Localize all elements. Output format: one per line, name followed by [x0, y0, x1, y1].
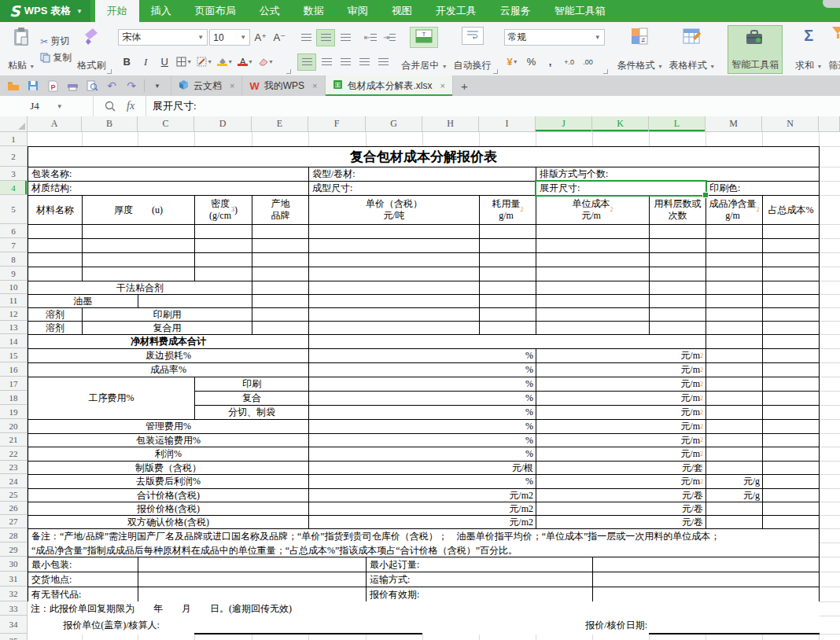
cell-L13[interactable]	[649, 321, 706, 335]
undo-button[interactable]: ↶	[105, 79, 119, 93]
increase-decimal-button[interactable]: +.0	[561, 54, 578, 70]
formula-input[interactable]: 展开尺寸:	[146, 96, 840, 116]
cell-N8[interactable]	[762, 252, 820, 267]
cell-L6[interactable]	[649, 224, 706, 239]
grow-font-button[interactable]: A⁺	[252, 30, 269, 46]
col-header-N[interactable]: N	[762, 116, 819, 132]
cell-F11:H11[interactable]	[308, 294, 480, 308]
table-style-button[interactable]: 表格样式 ▼	[666, 25, 718, 74]
menu-tab-数据[interactable]: 数据	[292, 0, 336, 22]
cell-M15[interactable]	[706, 348, 763, 363]
export-pdf-button[interactable]: P	[46, 79, 60, 93]
row-header-16[interactable]: 16	[0, 362, 28, 377]
cell-F4:I4[interactable]: 成型尺寸:	[308, 181, 536, 196]
cell-D17:E17[interactable]: 印刷	[194, 377, 309, 392]
cell-L34:N34[interactable]	[649, 616, 820, 634]
row-header-33[interactable]: 33	[0, 601, 28, 616]
menu-tab-页面布局[interactable]: 页面布局	[183, 0, 248, 22]
col-header-D[interactable]: D	[194, 116, 252, 132]
cell-G32:J32[interactable]: 报价有效期:	[366, 587, 593, 602]
col-header-E[interactable]: E	[252, 116, 308, 132]
cell-E10[interactable]	[252, 281, 309, 295]
cell-B9:C9[interactable]	[82, 267, 195, 281]
row-header-19[interactable]: 19	[0, 405, 28, 419]
cell-D9[interactable]	[194, 267, 252, 281]
row-header-5[interactable]: 5	[0, 195, 28, 224]
cell-J20:L20[interactable]: 元/m2	[536, 419, 706, 434]
distribute-button[interactable]	[374, 54, 392, 70]
cell-B6:C6[interactable]	[82, 224, 195, 239]
cell-E13[interactable]	[252, 321, 309, 335]
menu-tab-开始[interactable]: 开始	[95, 0, 139, 22]
cell-I9[interactable]	[479, 267, 536, 281]
row-header-3[interactable]: 3	[0, 167, 28, 181]
row-header-29[interactable]: 29	[0, 543, 28, 557]
cell-F6:H6[interactable]	[308, 224, 480, 239]
cell-M6[interactable]	[706, 224, 763, 239]
cell-N21[interactable]	[762, 433, 820, 447]
cell-E9[interactable]	[252, 267, 309, 281]
underline-button[interactable]: U	[156, 54, 173, 70]
cell-A12[interactable]: 溶剂	[28, 307, 83, 322]
cell-F22:I22[interactable]: %	[308, 447, 536, 462]
cell-J27:L27[interactable]: 元/卷	[536, 515, 706, 529]
cell-F19:I19[interactable]: %	[308, 405, 536, 420]
cell-F14:L14[interactable]	[308, 334, 706, 349]
row-header-17[interactable]: 17	[0, 377, 28, 391]
cell-F16:I16[interactable]: %	[308, 362, 536, 377]
cell-G30:J30[interactable]: 最小起订量:	[366, 557, 593, 572]
cell-F25:I25[interactable]: 元/m2	[308, 488, 536, 502]
cell-M20[interactable]	[706, 419, 763, 434]
cell-J10:K10[interactable]	[536, 281, 650, 295]
cell-J25:L25[interactable]: 元/卷	[536, 488, 706, 502]
cell-A23:E23[interactable]: 制版费（含税）	[28, 461, 309, 475]
cell-A10:D10[interactable]: 干法粘合剂	[28, 281, 252, 295]
cell-J13:K13[interactable]	[536, 321, 650, 335]
cell-F27:I27[interactable]: 元/m2	[308, 515, 536, 529]
cell-J15:L15[interactable]: 元/m2	[536, 348, 706, 363]
cell-E11[interactable]	[252, 294, 309, 308]
decrease-indent-button[interactable]: ⇤	[362, 30, 379, 46]
cell-J21:L21[interactable]: 元/m2	[536, 433, 706, 447]
cell-A3:E3[interactable]: 包装名称:	[28, 167, 309, 182]
cell-A4:E4[interactable]: 材质结构:	[28, 181, 309, 196]
row-header-30[interactable]: 30	[0, 557, 28, 572]
skin-button[interactable]	[823, 0, 840, 8]
cell-N23[interactable]	[762, 461, 820, 475]
smart-toolbox-button[interactable]: 智能工具箱	[728, 25, 783, 74]
cell-A14:E14[interactable]: 净材料费成本合计	[28, 334, 309, 349]
close-tab-icon[interactable]: ×	[440, 81, 445, 90]
col-header-J[interactable]: J	[536, 116, 592, 132]
cell-M25[interactable]: 元/g	[706, 488, 763, 502]
qat-dropdown-icon[interactable]: ▼	[150, 79, 164, 93]
cell-A30:B30[interactable]: 最小包装:	[28, 557, 138, 572]
cell-L11[interactable]	[649, 294, 706, 308]
row-header-20[interactable]: 20	[0, 419, 28, 433]
cell-N9[interactable]	[762, 267, 820, 281]
cell-M11[interactable]	[706, 294, 763, 308]
save-button[interactable]	[26, 79, 40, 93]
cell-A24:E24[interactable]: 去版费后利润%	[28, 474, 309, 489]
clear-format-button[interactable]: ▼	[256, 54, 275, 70]
cell-N13[interactable]	[762, 321, 820, 335]
row-header-34[interactable]: 34	[0, 616, 28, 634]
cell-N7[interactable]	[762, 238, 820, 253]
cell-N12[interactable]	[762, 307, 820, 322]
cell-N27[interactable]	[762, 515, 820, 529]
cell-B13:D13[interactable]: 复合用	[82, 321, 252, 335]
cell-A20:E20[interactable]: 管理费用%	[28, 419, 309, 434]
cell-L8[interactable]	[649, 252, 706, 267]
cell-M4:N4[interactable]: 印刷色:	[706, 181, 820, 196]
cell-M5[interactable]: 成品净含量 g/m2	[706, 195, 763, 225]
cell-M19[interactable]	[706, 405, 763, 420]
cell-A6[interactable]	[28, 224, 83, 239]
row-header-24[interactable]: 24	[0, 474, 28, 488]
cell-J5:K5[interactable]: 单位成本 元/m2	[536, 195, 650, 225]
cell-B5:C5[interactable]: 厚度 (u)	[82, 195, 195, 225]
borders-button[interactable]: ▼	[175, 54, 193, 70]
sum-button[interactable]: Σ 求和 ▼	[792, 25, 825, 74]
cell-A9[interactable]	[28, 267, 83, 281]
row-header-35[interactable]: 35	[0, 634, 28, 640]
row-header-4[interactable]: 4	[0, 181, 28, 195]
cell-A22:E22[interactable]: 利润%	[28, 447, 309, 462]
